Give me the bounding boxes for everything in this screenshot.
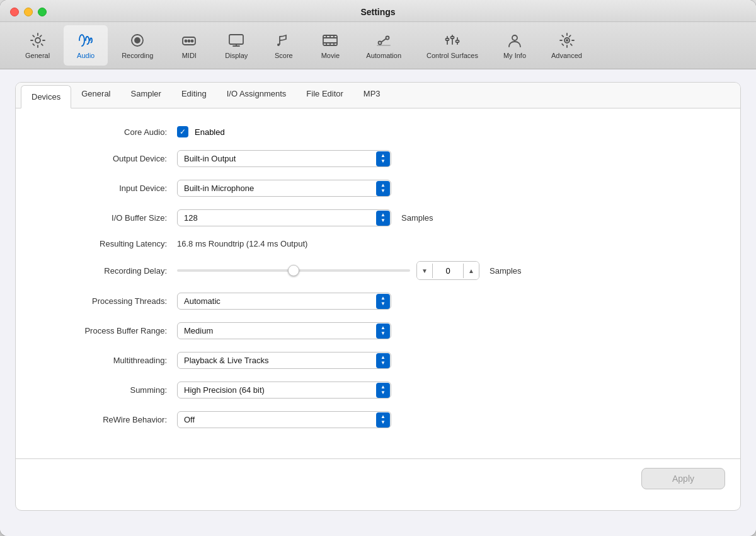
toolbar-item-audio[interactable]: Audio [64,25,108,66]
recording-delay-label: Recording Delay: [41,266,167,276]
multithreading-select[interactable]: Playback & Live Tracks Off Playback Trac… [177,352,391,369]
stepper-up-button[interactable]: ▲ [464,262,479,279]
latency-control: 16.8 ms Roundtrip (12.4 ms Output) [177,239,715,248]
toolbar-item-display[interactable]: Display [214,25,259,66]
output-device-control: Built-in Output ▲ ▼ [177,150,715,167]
summing-row: Summing: High Precision (64 bit) Standar… [41,382,715,399]
close-button[interactable] [10,8,19,16]
processing-threads-select[interactable]: Automatic 2 4 8 [177,293,391,310]
io-buffer-row: I/O Buffer Size: 128 256 512 ▲ ▼ [41,209,715,226]
content-area: Devices General Sampler Editing I/O Assi… [0,69,756,536]
display-icon [227,32,245,49]
advanced-icon [558,32,576,49]
toolbar-item-recording[interactable]: Recording [110,25,164,66]
control-surfaces-icon [444,32,461,49]
toolbar-item-general[interactable]: General [14,25,61,66]
rewire-wrapper: Off On ▲ ▼ [177,411,391,428]
tab-file-editor[interactable]: File Editor [296,83,353,108]
input-device-control: Built-in Microphone ▲ ▼ [177,180,715,197]
toolbar-label-control-surfaces: Control Surfaces [427,52,478,59]
rewire-row: ReWire Behavior: Off On ▲ ▼ [41,411,715,428]
svg-rect-15 [445,38,449,40]
toolbar-item-advanced[interactable]: Advanced [540,25,593,66]
toolbar-label-my-info: My Info [503,52,526,59]
io-buffer-label: I/O Buffer Size: [41,213,167,223]
toolbar-item-midi[interactable]: MIDI [167,25,211,66]
summing-wrapper: High Precision (64 bit) Standard (32 bit… [177,382,391,399]
svg-point-2 [135,38,140,43]
toolbar-item-my-info[interactable]: My Info [492,25,537,66]
io-buffer-unit: Samples [401,213,433,223]
toolbar-item-movie[interactable]: Movie [308,25,352,66]
toolbar-label-automation: Automation [366,52,401,59]
svg-point-0 [35,38,40,43]
tab-general[interactable]: General [71,83,120,108]
recording-icon [129,32,146,49]
svg-rect-16 [450,37,454,38]
gear-icon [29,32,47,49]
svg-point-18 [512,35,517,40]
recording-delay-row: Recording Delay: ▼ 0 ▲ Samples [41,261,715,280]
toolbar-item-control-surfaces[interactable]: Control Surfaces [415,25,490,66]
toolbar-label-audio: Audio [77,52,94,59]
recording-delay-control: ▼ 0 ▲ Samples [177,261,715,280]
summing-label: Summing: [41,385,167,395]
processing-threads-wrapper: Automatic 2 4 8 ▲ ▼ [177,293,391,310]
output-device-select[interactable]: Built-in Output [177,150,391,167]
input-device-row: Input Device: Built-in Microphone ▲ ▼ [41,180,715,197]
process-buffer-control: Medium Small Large Maximum ▲ ▼ [177,322,715,339]
core-audio-enabled-text: Enabled [195,127,225,137]
tab-devices[interactable]: Devices [21,85,71,108]
toolbar-label-movie: Movie [321,52,340,59]
multithreading-wrapper: Playback & Live Tracks Off Playback Trac… [177,352,391,369]
multithreading-control: Playback & Live Tracks Off Playback Trac… [177,352,715,369]
svg-point-6 [192,40,193,42]
tab-io-assignments[interactable]: I/O Assignments [217,83,297,108]
toolbar-item-score[interactable]: Score [261,25,306,66]
svg-point-4 [185,40,187,42]
settings-area: Core Audio: ✓ Enabled Output Device: Bui… [16,108,740,458]
core-audio-label: Core Audio: [41,127,167,137]
rewire-select[interactable]: Off On [177,411,391,428]
rewire-control: Off On ▲ ▼ [177,411,715,428]
process-buffer-label: Process Buffer Range: [41,326,167,335]
recording-delay-slider[interactable] [177,269,410,272]
movie-icon [321,32,339,49]
maximize-button[interactable] [38,8,47,16]
core-audio-checkbox[interactable]: ✓ [177,126,188,137]
recording-delay-stepper: ▼ 0 ▲ [416,261,479,280]
tab-sampler[interactable]: Sampler [121,83,171,108]
latency-value: 16.8 ms Roundtrip (12.4 ms Output) [177,239,307,248]
input-device-select[interactable]: Built-in Microphone [177,180,391,197]
apply-button[interactable]: Apply [641,468,725,489]
score-icon [275,32,292,49]
tab-editing[interactable]: Editing [171,83,217,108]
output-device-label: Output Device: [41,154,167,163]
io-buffer-wrapper: 128 256 512 ▲ ▼ [177,209,391,226]
summing-select[interactable]: High Precision (64 bit) Standard (32 bit… [177,382,391,399]
svg-point-20 [566,39,568,42]
automation-icon [375,32,392,49]
output-device-row: Output Device: Built-in Output ▲ ▼ [41,150,715,167]
person-icon [506,32,524,49]
rewire-label: ReWire Behavior: [41,415,167,424]
footer: Apply [16,458,740,498]
process-buffer-select[interactable]: Medium Small Large Maximum [177,322,391,339]
process-buffer-row: Process Buffer Range: Medium Small Large… [41,322,715,339]
recording-delay-slider-container [177,264,410,277]
summing-control: High Precision (64 bit) Standard (32 bit… [177,382,715,399]
processing-threads-label: Processing Threads: [41,296,167,306]
io-buffer-select[interactable]: 128 256 512 [177,209,391,226]
toolbar-item-automation[interactable]: Automation [355,25,413,66]
recording-delay-unit: Samples [490,266,522,276]
traffic-lights [10,8,47,16]
inner-panel: Devices General Sampler Editing I/O Assi… [15,82,741,511]
processing-threads-row: Processing Threads: Automatic 2 4 8 ▲ [41,293,715,310]
svg-point-8 [277,44,280,46]
minimize-button[interactable] [24,8,33,16]
output-device-wrapper: Built-in Output ▲ ▼ [177,150,391,167]
stepper-down-button[interactable]: ▼ [417,262,432,279]
tab-mp3[interactable]: MP3 [353,83,391,108]
toolbar-label-midi: MIDI [182,52,197,59]
multithreading-row: Multithreading: Playback & Live Tracks O… [41,352,715,369]
